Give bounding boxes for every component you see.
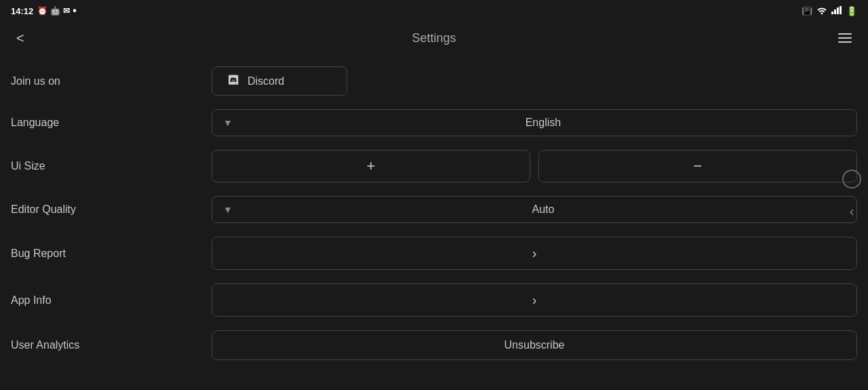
ui-size-increase-button[interactable]: + <box>212 150 530 182</box>
svg-rect-3 <box>840 6 842 14</box>
status-bar: 14:12 ⏰ 🤖 ✉ • 📳 <box>0 0 868 22</box>
svg-rect-1 <box>834 9 836 14</box>
language-value: English <box>241 117 846 129</box>
language-dropdown-arrow: ▼ <box>223 117 233 128</box>
wifi-icon <box>816 6 827 16</box>
signal-icon <box>831 6 842 16</box>
ui-size-decrease-button[interactable]: − <box>538 150 857 182</box>
control-bug-report: › <box>212 237 857 270</box>
status-right: 📳 🔋 <box>802 6 857 16</box>
circle-icon <box>842 170 861 189</box>
battery-icon: 🔋 <box>846 6 857 16</box>
status-icons: ⏰ 🤖 ✉ • <box>37 5 77 17</box>
label-language: Language <box>11 117 201 129</box>
mail-icon: ✉ <box>63 6 70 16</box>
settings-content: Join us on Discord Language ▼ English <box>0 54 868 372</box>
language-dropdown[interactable]: ▼ English <box>212 109 857 136</box>
size-controls: + − <box>212 150 857 182</box>
svg-rect-2 <box>837 7 839 14</box>
back-button[interactable]: < <box>11 28 30 49</box>
status-dot: • <box>73 5 77 17</box>
settings-row-app-info: App Info › <box>11 277 857 324</box>
control-app-info: › <box>212 284 857 317</box>
vibrate-icon: 📳 <box>802 6 812 16</box>
settings-row-ui-size: Ui Size + − <box>11 143 857 189</box>
unsubscribe-button[interactable]: Unsubscribe <box>212 330 857 360</box>
status-left: 14:12 ⏰ 🤖 ✉ • <box>11 5 77 17</box>
editor-quality-value: Auto <box>241 203 846 216</box>
hamburger-line-2 <box>838 37 852 39</box>
label-editor-quality: Editor Quality <box>11 203 201 216</box>
svg-rect-0 <box>831 12 833 14</box>
control-editor-quality: ▼ Auto <box>212 196 857 223</box>
discord-icon <box>226 74 241 88</box>
control-language: ▼ English <box>212 109 857 136</box>
control-user-analytics: Unsubscribe <box>212 330 857 360</box>
discord-label: Discord <box>248 75 284 87</box>
settings-row-join-us-on: Join us on Discord <box>11 60 857 102</box>
header: < Settings <box>0 22 868 54</box>
back-side-button[interactable]: ‹ <box>841 201 863 222</box>
label-join-us-on: Join us on <box>11 75 201 87</box>
right-side-buttons: ‹ <box>841 168 868 222</box>
settings-row-bug-report: Bug Report › <box>11 230 857 277</box>
bug-report-chevron-icon: › <box>532 246 537 261</box>
settings-row-user-analytics: User Analytics Unsubscribe <box>11 324 857 367</box>
bug-report-button[interactable]: › <box>212 237 857 270</box>
android-icon: 🤖 <box>50 6 60 16</box>
discord-button[interactable]: Discord <box>212 66 347 96</box>
circle-side-button[interactable] <box>841 168 863 190</box>
app-info-chevron-icon: › <box>532 292 537 308</box>
editor-quality-dropdown-arrow: ▼ <box>223 204 233 215</box>
status-time: 14:12 <box>11 6 33 16</box>
alarm-icon: ⏰ <box>37 6 47 16</box>
hamburger-menu-button[interactable] <box>833 31 857 45</box>
back-side-icon: ‹ <box>850 203 854 219</box>
settings-row-language: Language ▼ English <box>11 102 857 143</box>
editor-quality-dropdown[interactable]: ▼ Auto <box>212 196 857 223</box>
hamburger-line-3 <box>838 41 852 43</box>
label-app-info: App Info <box>11 294 201 307</box>
settings-row-editor-quality: Editor Quality ▼ Auto <box>11 189 857 230</box>
header-title: Settings <box>412 31 456 45</box>
label-bug-report: Bug Report <box>11 248 201 260</box>
control-join-us-on: Discord <box>212 66 857 96</box>
label-ui-size: Ui Size <box>11 160 201 172</box>
hamburger-line-1 <box>838 33 852 35</box>
app-info-button[interactable]: › <box>212 284 857 317</box>
label-user-analytics: User Analytics <box>11 339 201 351</box>
control-ui-size: + − <box>212 150 857 182</box>
